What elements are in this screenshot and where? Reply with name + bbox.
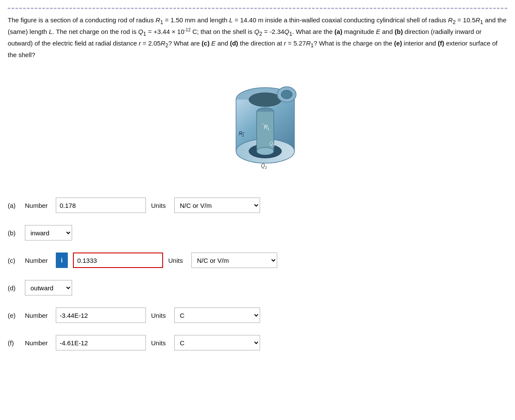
units-select-a[interactable]: N/C or V/m V/m N/C [174,198,260,213]
info-button-c[interactable]: i [56,253,68,268]
direction-select-b[interactable]: inward outward [25,225,72,240]
number-input-f[interactable] [56,335,146,350]
units-select-f[interactable]: C nC μC [174,335,260,350]
svg-point-11 [257,147,274,155]
number-label-c: Number [25,257,51,264]
units-select-e[interactable]: C nC μC [174,307,260,323]
number-input-a[interactable] [56,198,146,213]
units-label-e: Units [151,312,169,319]
part-label-b: (b) [8,229,20,237]
diagram-container: R 1 R 2 Q 1 Q 2 [8,69,507,185]
units-label-f: Units [151,339,169,347]
number-label-e: Number [25,312,51,319]
number-input-e[interactable] [56,307,146,323]
svg-text:2: 2 [265,165,267,170]
row-d: (d) inward outward [8,280,507,295]
units-label-a: Units [151,202,169,209]
part-label-a: (a) [8,202,20,209]
svg-text:1: 1 [267,127,270,131]
svg-text:Q: Q [261,163,265,169]
part-label-c: (c) [8,257,20,264]
part-label-e: (e) [8,312,20,319]
problem-text: The figure is a section of a conducting … [8,15,507,60]
svg-point-4 [249,93,282,107]
part-label-f: (f) [8,339,20,347]
row-c: (c) Number i Units N/C or V/m V/m N/C [8,253,507,268]
number-label-f: Number [25,339,51,347]
svg-point-13 [281,90,292,99]
units-select-c[interactable]: N/C or V/m V/m N/C [191,253,277,268]
row-a: (a) Number Units N/C or V/m V/m N/C [8,198,507,213]
svg-text:1: 1 [273,143,275,147]
direction-select-d[interactable]: inward outward [25,280,72,295]
row-e: (e) Number Units C nC μC [8,307,507,323]
number-label-a: Number [25,202,51,209]
coaxial-diagram: R 1 R 2 Q 1 Q 2 [202,69,313,185]
row-b: (b) inward outward [8,225,507,240]
row-f: (f) Number Units C nC μC [8,335,507,350]
part-label-d: (d) [8,284,20,292]
svg-text:2: 2 [242,133,244,137]
units-label-c: Units [168,257,186,264]
top-border [8,8,507,9]
number-input-c[interactable] [73,253,163,268]
